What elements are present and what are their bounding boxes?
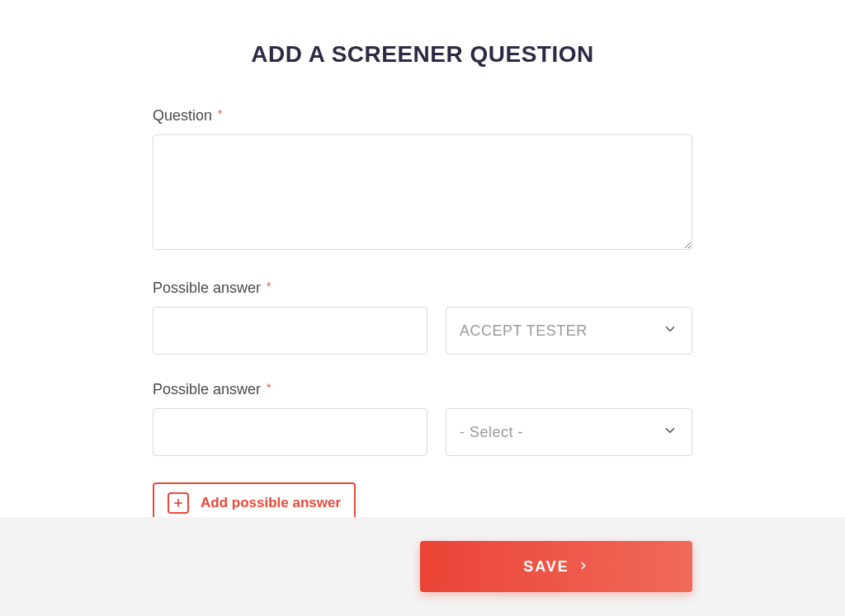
required-mark: * [267,280,271,293]
save-button[interactable]: SAVE [420,541,692,592]
answer-row: - Select - [153,408,692,456]
save-button-label: SAVE [523,558,569,576]
answer-input[interactable] [153,307,427,355]
answer-label: Possible answer * [153,381,692,398]
answer-label-text: Possible answer [153,381,261,397]
answer-row: ACCEPT TESTER [153,307,692,355]
answer-label-text: Possible answer [153,280,261,296]
required-mark: * [218,107,222,120]
answer-select[interactable]: ACCEPT TESTER [446,307,692,355]
answer-select-wrap: ACCEPT TESTER [446,307,692,355]
footer-bar: SAVE [0,517,845,616]
question-field-group: Question * [153,107,692,253]
chevron-right-icon [578,558,589,576]
answer-label: Possible answer * [153,280,692,297]
required-mark: * [267,381,271,394]
answer-input[interactable] [153,408,427,456]
question-label-text: Question [153,107,212,124]
answer-select[interactable]: - Select - [446,408,692,456]
question-label: Question * [153,107,692,125]
answer-field-group-2: Possible answer * - Select - [153,381,692,456]
plus-icon [168,492,189,514]
answer-select-wrap: - Select - [446,408,692,456]
answer-field-group-1: Possible answer * ACCEPT TESTER [153,280,692,355]
page-title: ADD A SCREENER QUESTION [153,41,692,68]
add-button-label: Add possible answer [201,495,341,511]
question-textarea[interactable] [153,134,692,250]
